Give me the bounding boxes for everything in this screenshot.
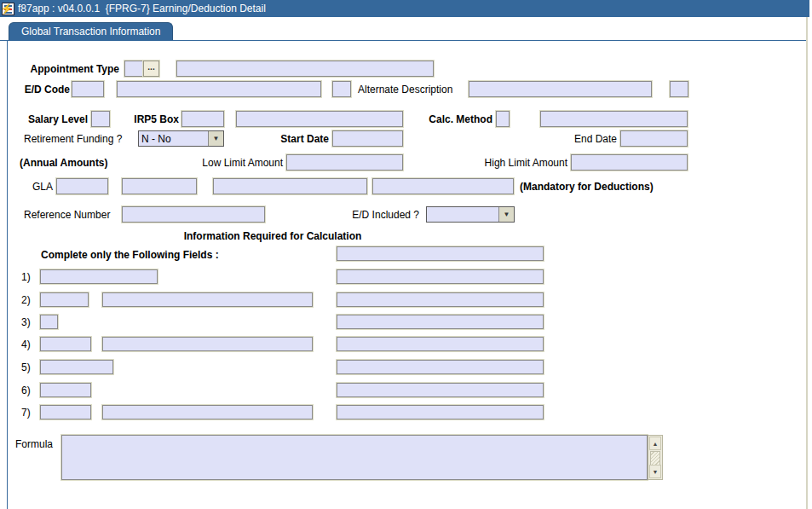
label-annual-amounts: (Annual Amounts)	[20, 157, 108, 169]
calc-method-description-field[interactable]	[540, 111, 688, 127]
label-high-limit-amount: High Limit Amount	[475, 157, 567, 169]
row2-description-field[interactable]	[102, 292, 313, 307]
appointment-type-code-field[interactable]	[124, 61, 143, 77]
row1-value-field[interactable]	[40, 269, 158, 284]
label-formula: Formula	[15, 438, 53, 450]
scroll-down-icon[interactable]: ▼	[649, 465, 661, 478]
row5-number: 5)	[21, 362, 31, 373]
calc-info-field-2[interactable]	[337, 292, 544, 307]
row2-number: 2)	[21, 294, 31, 306]
end-date-field[interactable]	[620, 130, 688, 147]
calc-info-field-0[interactable]	[337, 246, 544, 261]
row7-number: 7)	[21, 407, 31, 419]
reference-number-field[interactable]	[122, 206, 265, 223]
gla-segment3-field[interactable]	[213, 178, 367, 194]
label-retirement-funding: Retirement Funding ?	[24, 133, 122, 145]
label-appointment-type: Appointment Type	[17, 63, 119, 75]
application-window: ⚡ f87app : v04.0.0.1 {FPRG-7} Earning/De…	[0, 0, 812, 509]
tab-divider-line	[0, 40, 806, 41]
formula-textarea[interactable]	[61, 435, 648, 480]
label-ed-included: E/D Included ?	[344, 209, 419, 221]
row4-code-field[interactable]	[40, 337, 91, 351]
retirement-funding-value: N - No	[139, 133, 208, 145]
formula-scrollbar[interactable]: ▲ ▼	[648, 435, 663, 480]
label-alternate-description: Alternate Description	[358, 84, 452, 95]
label-gla: GLA	[31, 181, 53, 193]
calc-info-field-4[interactable]	[337, 337, 544, 351]
alternate-description-field[interactable]	[469, 81, 652, 97]
calc-info-field-7[interactable]	[337, 405, 544, 419]
row1-number: 1)	[21, 271, 31, 283]
irp5-box-description-field[interactable]	[236, 111, 403, 127]
row5-value-field[interactable]	[40, 360, 113, 374]
label-low-limit-amount: Low Limit Amount	[193, 157, 283, 169]
ed-code-flag-field[interactable]	[332, 81, 351, 97]
ed-code-field[interactable]	[72, 81, 104, 97]
dropdown-arrow-icon[interactable]: ▼	[208, 131, 223, 146]
window-title: f87app : v04.0.0.1 {FPRG-7} Earning/Dedu…	[18, 3, 266, 14]
forms-app-icon: ⚡	[2, 3, 14, 15]
row4-description-field[interactable]	[102, 337, 313, 351]
tab-global-transaction-information[interactable]: Global Transaction Information	[9, 22, 173, 40]
ed-included-select[interactable]: ▼	[426, 206, 515, 223]
row6-number: 6)	[21, 385, 31, 396]
label-calc-method: Calc. Method	[419, 113, 492, 125]
appointment-type-lov-button[interactable]: ...	[143, 61, 159, 77]
gla-segment4-field[interactable]	[372, 178, 514, 194]
dropdown-arrow-icon[interactable]: ▼	[498, 207, 514, 222]
row3-flag-field[interactable]	[40, 315, 58, 329]
info-required-heading: Information Required for Calculation	[136, 230, 409, 242]
ed-code-description-field[interactable]	[117, 81, 321, 97]
label-end-date: End Date	[573, 133, 617, 145]
high-limit-amount-field[interactable]	[571, 154, 688, 171]
appointment-type-description-field[interactable]	[176, 61, 434, 77]
left-frame-line	[7, 40, 8, 509]
label-mandatory-for-deductions: (Mandatory for Deductions)	[520, 181, 654, 193]
start-date-field[interactable]	[332, 130, 403, 147]
right-frame-line	[806, 17, 808, 509]
row3-number: 3)	[21, 316, 31, 328]
label-start-date: Start Date	[274, 133, 329, 145]
gla-segment1-field[interactable]	[56, 178, 108, 194]
scroll-up-icon[interactable]: ▲	[649, 437, 661, 450]
row4-number: 4)	[21, 338, 31, 350]
calc-info-field-3[interactable]	[337, 315, 544, 329]
title-bar: ⚡ f87app : v04.0.0.1 {FPRG-7} Earning/De…	[0, 0, 809, 17]
label-complete-only-fields: Complete only the Following Fields :	[41, 249, 219, 261]
gla-segment2-field[interactable]	[122, 178, 197, 194]
calc-info-field-1[interactable]	[337, 269, 544, 284]
scrollbar-thumb[interactable]	[650, 451, 660, 466]
calc-info-field-6[interactable]	[337, 383, 544, 397]
low-limit-amount-field[interactable]	[286, 154, 403, 171]
calc-info-field-5[interactable]	[337, 360, 544, 374]
irp5-box-code-field[interactable]	[181, 111, 224, 127]
alternate-description-flag-field[interactable]	[670, 81, 688, 97]
salary-level-field[interactable]	[91, 111, 110, 127]
retirement-funding-select[interactable]: N - No ▼	[138, 130, 224, 147]
label-irp5-box: IRP5 Box	[126, 113, 179, 125]
calc-method-code-field[interactable]	[496, 111, 510, 127]
label-reference-number: Reference Number	[24, 209, 110, 221]
label-salary-level: Salary Level	[17, 113, 88, 125]
row2-code-field[interactable]	[40, 292, 89, 307]
row6-code-field[interactable]	[40, 383, 91, 397]
row7-code-field[interactable]	[40, 405, 91, 419]
label-ed-code: E/D Code	[17, 84, 70, 95]
row7-description-field[interactable]	[102, 405, 313, 419]
